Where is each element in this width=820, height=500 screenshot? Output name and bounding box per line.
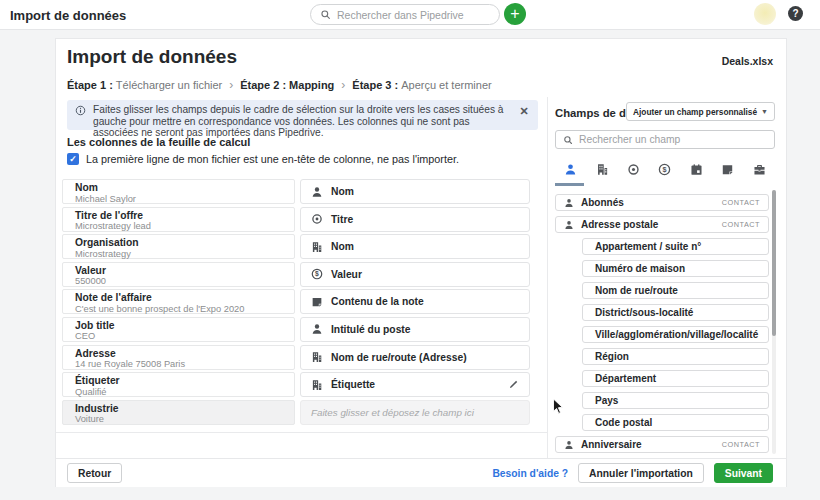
column-title: Note de l'affaire [75,292,282,304]
avatar[interactable] [754,3,776,25]
deal-icon [311,213,323,225]
checkbox-label: La première ligne de mon fichier est une… [86,153,459,165]
mapped-field-cell[interactable]: Titre [300,207,530,232]
subfield-item[interactable]: Code postal [582,414,769,431]
subfield-item[interactable]: Pays [582,392,769,409]
column-title: Titre de l'offre [75,210,282,222]
step-label: Mapping [289,79,334,91]
spreadsheet-columns-title: Les colonnes de la feuille de calcul [67,136,250,148]
organization-icon [311,379,323,391]
mapping-rows: NomMichael SaylorNomTitre de l'offreMicr… [62,179,541,427]
subfield-item[interactable]: Appartement / suite n° [582,238,769,255]
pipedrive-field-label: Nom de rue/route [595,285,678,296]
pipedrive-field-label: Région [595,351,629,362]
next-button[interactable]: Suivant [714,463,773,483]
field-item[interactable]: AbonnésCONTACT [555,194,769,211]
tab-calendar[interactable] [681,157,712,181]
tab-briefcase[interactable] [744,157,775,181]
source-column-cell: Adresse14 rue Royale 75008 Paris [62,345,295,370]
mapped-field-cell[interactable]: Nom de rue/route (Adresse) [300,345,530,370]
column-title: Nom [75,182,282,194]
scrollbar-thumb[interactable] [772,190,776,336]
help-icon[interactable]: ? [788,6,803,21]
source-column-cell: Titre de l'offreMicrostrategy lead [62,207,295,232]
source-column-cell: OrganisationMicrostrategy [62,234,295,259]
pipedrive-field-label: Appartement / suite n° [595,241,701,252]
mapping-row: Job titleCEOIntitulé du poste [62,317,541,342]
page-title: Import de données [67,46,237,68]
tab-note[interactable] [712,157,743,181]
person-icon [311,323,323,335]
drop-zone-placeholder: Faites glisser et déposez le champ ici [311,407,474,418]
column-sample: Voiture [75,414,282,424]
step-label: Aperçu et terminer [401,79,491,91]
subfield-item[interactable]: Région [582,348,769,365]
pipedrive-field-label: Numéro de maison [595,263,685,274]
app-title: Import de données [10,8,126,23]
breadcrumb-step[interactable]: Étape 1 :Télécharger un fichier [67,79,222,91]
briefcase-icon [753,163,766,176]
mapping-row: NomMichael SaylorNom [62,179,541,204]
mapping-row: Titre de l'offreMicrostrategy leadTitre [62,207,541,232]
person-icon [311,186,323,198]
info-icon [75,105,86,116]
mapped-field-label: Valeur [331,269,362,280]
tab-money[interactable]: $ [649,157,680,181]
tab-person[interactable] [555,157,586,181]
calendar-icon [690,163,703,176]
quick-add-button[interactable]: + [504,3,526,25]
mapped-field-label: Nom de rue/route (Adresse) [331,352,467,363]
subfield-item[interactable]: Ville/agglomération/village/localité [582,326,769,343]
subfield-item[interactable]: Numéro de maison [582,260,769,277]
field-entity-tag: CONTACT [722,440,760,449]
breadcrumb-step[interactable]: Étape 3 :Aperçu et terminer [352,79,491,91]
organization-icon [311,351,323,363]
person-icon [564,163,577,176]
subfield-item[interactable]: District/sous-localité [582,304,769,321]
person-icon [564,440,574,450]
note-icon [721,163,734,176]
field-item[interactable]: AnniversaireCONTACT [555,436,769,453]
mapping-row: Adresse14 rue Royale 75008 ParisNom de r… [62,345,541,370]
mapped-field-cell[interactable]: Étiquette [300,372,530,397]
column-title: Organisation [75,237,282,249]
step-prefix: Étape 2 : [240,79,286,91]
add-custom-field-button[interactable]: Ajouter un champ personnalisé ▼ [626,102,775,121]
tab-deal[interactable] [618,157,649,181]
pipedrive-field-label: Anniversaire [581,439,642,450]
money-icon: $ [311,268,323,280]
mapped-field-cell[interactable]: Nom [300,179,530,204]
checkbox-checked-icon[interactable]: ✓ [67,153,79,165]
import-card: Import de données Deals.xlsx Étape 1 :Té… [55,38,787,487]
source-column-cell: Note de l'affaireC'est une bonne prospec… [62,289,295,314]
column-sample: Qualifié [75,387,282,397]
column-title: Valeur [75,265,282,277]
back-button[interactable]: Retour [67,463,122,483]
mapped-field-label: Nom [331,241,354,252]
subfield-item[interactable]: Nom de rue/route [582,282,769,299]
entity-tabs: $ [555,157,775,181]
mapped-field-cell[interactable]: Contenu de la note [300,289,530,314]
cancel-import-button[interactable]: Annuler l'importation [578,463,704,483]
pipedrive-field-label: Pays [595,395,618,406]
column-title: Adresse [75,348,282,360]
pipedrive-fields-panel: Champs de données Pipedrive Ajouter un c… [547,97,787,458]
breadcrumb-step[interactable]: Étape 2 :Mapping [240,79,334,91]
subfield-item[interactable]: Département [582,370,769,387]
field-item[interactable]: Adresse postaleCONTACT [555,216,769,233]
field-search-input[interactable]: Rechercher un champ [555,130,775,149]
money-icon: $ [658,163,671,176]
mapping-row: ÉtiqueterQualifiéÉtiquette [62,372,541,397]
pipedrive-field-label: District/sous-localité [595,307,693,318]
global-search-placeholder: Rechercher dans Pipedrive [337,9,464,21]
tab-organization[interactable] [586,157,617,181]
global-search-input[interactable]: Rechercher dans Pipedrive [310,4,500,25]
fields-scrollbar[interactable] [772,190,776,454]
drop-zone[interactable]: Faites glisser et déposez le champ ici [300,400,530,425]
deal-icon [627,163,640,176]
mapped-field-cell[interactable]: Intitulé du poste [300,317,530,342]
need-help-link[interactable]: Besoin d'aide ? [492,468,568,479]
mapped-field-cell[interactable]: Nom [300,234,530,259]
close-icon[interactable]: ✕ [518,105,530,118]
mapped-field-cell[interactable]: $Valeur [300,262,530,287]
